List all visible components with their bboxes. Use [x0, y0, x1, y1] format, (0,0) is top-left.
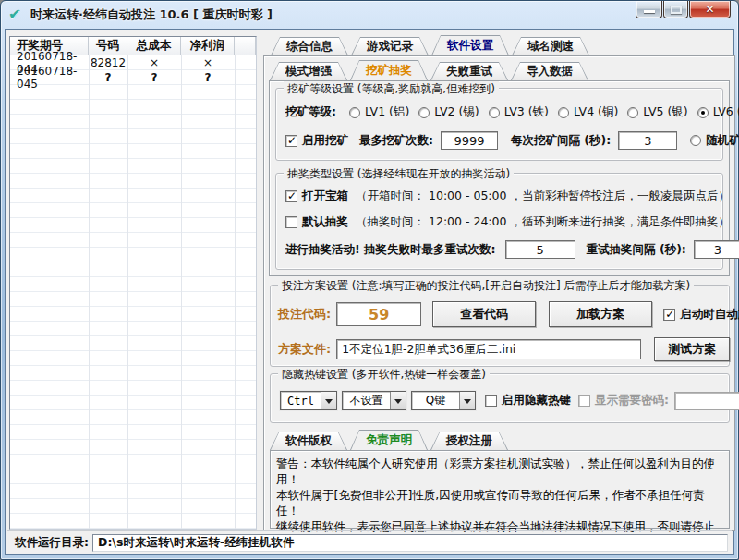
tab-game-record[interactable]: 游戏记录 — [351, 37, 429, 55]
window-title: 时来运转·经纬自动投注 10.6 [ 重庆时时彩 ] — [30, 6, 273, 23]
cell-period: 20160718-045 — [10, 70, 89, 85]
group-title: 挖矿等级设置 (等级高,奖励就高,但难挖到) — [284, 81, 499, 97]
radio-lv4[interactable]: LV4 (铜) — [558, 104, 618, 120]
disclaimer-line: 警告：本软件纯属个人研究使用（彩票方案挂机测试实验），禁止任何以盈利为目的使用！ — [276, 456, 723, 487]
hotkey-key-select[interactable]: Q键 — [411, 391, 476, 410]
group-title: 隐藏热键设置 (多开软件,热键一样会覆盖) — [278, 367, 490, 383]
maximize-button[interactable] — [663, 1, 688, 18]
results-table[interactable]: 开奖期号 号码 总成本 净利润 20160718-044 82812 × × 2 — [9, 36, 257, 530]
bet-code-label: 投注代码: — [278, 306, 331, 323]
cell-profit: × — [181, 55, 235, 70]
chevron-down-icon — [459, 392, 475, 409]
radio-icon — [349, 107, 360, 118]
chevron-down-icon — [321, 392, 336, 409]
table-row[interactable]: 20160718-045 ? ? ? — [10, 70, 256, 85]
mining-interval-input[interactable]: 3 — [618, 131, 677, 150]
radio-lv1[interactable]: LV1 (铝) — [349, 104, 409, 120]
tab-domain-speed[interactable]: 域名测速 — [512, 37, 589, 55]
tab-disclaimer[interactable]: 免责声明 — [350, 430, 428, 450]
grid-line — [235, 55, 236, 529]
lottery-retry-interval-input[interactable]: 3 — [694, 240, 739, 259]
app-icon — [8, 6, 25, 23]
window-controls: ✕ — [636, 1, 731, 18]
radio-lv3[interactable]: LV3 (铁) — [489, 104, 549, 120]
radio-icon — [690, 135, 701, 146]
checkbox-icon — [285, 216, 297, 228]
main-tab-strip: 综合信息 游戏记录 软件设置 域名测速 — [271, 35, 592, 55]
tab-mode-enhance[interactable]: 模式增强 — [270, 62, 347, 80]
run-dir-path: D:\s时来运转\时来运转-经纬挂机软件 — [92, 534, 728, 552]
status-bar: 软件运行目录: D:\s时来运转\时来运转-经纬挂机软件 — [7, 530, 732, 554]
test-plan-button[interactable]: 测试方案 — [654, 337, 730, 361]
client-area: 开奖期号 号码 总成本 净利润 20160718-044 82812 × × 2 — [5, 29, 734, 555]
treasure-box-desc: （开箱时间： 10:00 - 05:00 ，当前彩种暂停投注后，一般凌晨两点后） — [356, 189, 730, 204]
tab-import-data[interactable]: 导入数据 — [511, 62, 588, 80]
tab-fail-retry[interactable]: 失败重试 — [430, 62, 508, 80]
view-code-button[interactable]: 查看代码 — [432, 301, 536, 327]
load-plan-button[interactable]: 加载方案 — [549, 301, 652, 327]
plan-file-label: 方案文件: — [278, 341, 331, 358]
close-button[interactable]: ✕ — [689, 1, 731, 18]
group-title: 投注方案设置 (注意:填写正确的投注代码,[开启自动投注] 后需停止后才能加载方… — [278, 278, 694, 294]
tab-license[interactable]: 授权注册 — [430, 432, 508, 450]
checkbox-icon-checked — [285, 190, 297, 202]
radio-lv5[interactable]: LV5 (银) — [627, 104, 687, 120]
tab-mining-lottery[interactable]: 挖矿抽奖 — [350, 60, 428, 80]
chevron-down-icon — [390, 392, 406, 409]
max-mining-input[interactable]: 9999 — [441, 131, 498, 150]
disclaimer-line: 本软件属于[免费但非公开]性质,因使用或宣传而导致的任何后果，作者不承担任何责任… — [276, 487, 723, 518]
treasure-box-checkbox[interactable]: 打开宝箱 — [285, 189, 348, 204]
mining-level-group: 挖矿等级设置 (等级高,奖励就高,但难挖到) 挖矿等级: LV1 (铝) LV2… — [275, 88, 723, 161]
show-password-checkbox[interactable]: 显示需要密码: — [578, 393, 669, 408]
bet-code-input[interactable]: 59 — [336, 302, 421, 326]
hotkey-group: 隐藏热键设置 (多开软件,热键一样会覆盖) Ctrl 不设置 Q键 启用隐藏热键… — [270, 373, 730, 423]
run-dir-label: 软件运行目录: — [11, 535, 92, 551]
checkbox-icon-checked — [285, 135, 297, 147]
settings-pane: 模式增强 挖矿抽奖 失败重试 导入数据 挖矿等级设置 (等级高,奖励就高,但难挖… — [263, 55, 735, 531]
column-header-extra — [235, 37, 256, 55]
radio-lv2[interactable]: LV2 (锡) — [418, 104, 479, 120]
autoload-checkbox[interactable]: 启动时自动加载方案 — [663, 307, 739, 323]
tab-software-settings[interactable]: 软件设置 — [431, 35, 509, 55]
grid-line — [181, 55, 182, 529]
radio-icon — [558, 107, 569, 118]
default-lottery-checkbox[interactable]: 默认抽奖 — [285, 214, 348, 230]
close-icon: ✕ — [690, 1, 730, 18]
hotkey-modifier-select[interactable]: Ctrl — [280, 391, 337, 410]
column-header-cost[interactable]: 总成本 — [127, 37, 181, 55]
tab-copyright[interactable]: 软件版权 — [270, 432, 347, 450]
minimize-button[interactable] — [636, 1, 662, 18]
radio-icon — [418, 107, 430, 118]
mining-interval-label: 每次挖矿间隔 (秒): — [511, 133, 611, 149]
mining-lottery-pane: 挖矿等级设置 (等级高,奖励就高,但难挖到) 挖矿等级: LV1 (铝) LV2… — [269, 80, 730, 276]
enable-mining-checkbox[interactable]: 启用挖矿 — [285, 133, 348, 149]
default-lottery-desc: （抽奖时间： 12:00 - 24:00 ，循环判断来进行抽奖，满足条件即抽奖） — [356, 214, 730, 230]
checkbox-icon — [485, 395, 497, 407]
mining-level-label: 挖矿等级: — [285, 104, 336, 120]
radio-icon — [627, 107, 638, 118]
lottery-retry-label: 进行抽奖活动! 抽奖失败时最多重试次数: — [285, 242, 496, 258]
bottom-tab-strip: 软件版权 免责声明 授权注册 — [270, 430, 511, 450]
cell-number: 82812 — [89, 55, 127, 70]
maximize-icon — [671, 6, 682, 14]
enable-hotkey-checkbox[interactable]: 启用隐藏热键 — [485, 393, 571, 408]
group-title: 抽奖类型设置 (选择经纬现在开放的抽奖活动) — [284, 166, 514, 182]
password-input[interactable] — [674, 392, 739, 410]
minimize-icon — [644, 10, 655, 13]
lottery-retry-input[interactable]: 5 — [505, 240, 575, 259]
cell-cost: × — [127, 55, 181, 70]
grid-line — [127, 55, 128, 529]
column-header-profit[interactable]: 净利润 — [181, 37, 235, 55]
cell-profit: ? — [181, 70, 235, 85]
radio-lv6[interactable]: LV6 (金) — [697, 104, 739, 120]
tab-general-info[interactable]: 综合信息 — [271, 37, 348, 55]
grid-line — [89, 55, 90, 529]
hotkey-modifier2-select[interactable]: 不设置 — [342, 391, 406, 410]
radio-icon — [489, 107, 500, 118]
title-bar[interactable]: 时来运转·经纬自动投注 10.6 [ 重庆时时彩 ] ✕ — [1, 1, 738, 29]
column-header-number[interactable]: 号码 — [89, 37, 127, 55]
plan-file-input[interactable]: 1不定位1胆-2胆单式36厘后二.ini — [336, 339, 641, 359]
random-level-radio[interactable]: 随机矿级 — [690, 133, 739, 149]
lottery-retry-interval-label: 重试抽奖间隔 (秒): — [587, 242, 686, 258]
sub-tab-strip: 模式增强 挖矿抽奖 失败重试 导入数据 — [270, 60, 591, 80]
